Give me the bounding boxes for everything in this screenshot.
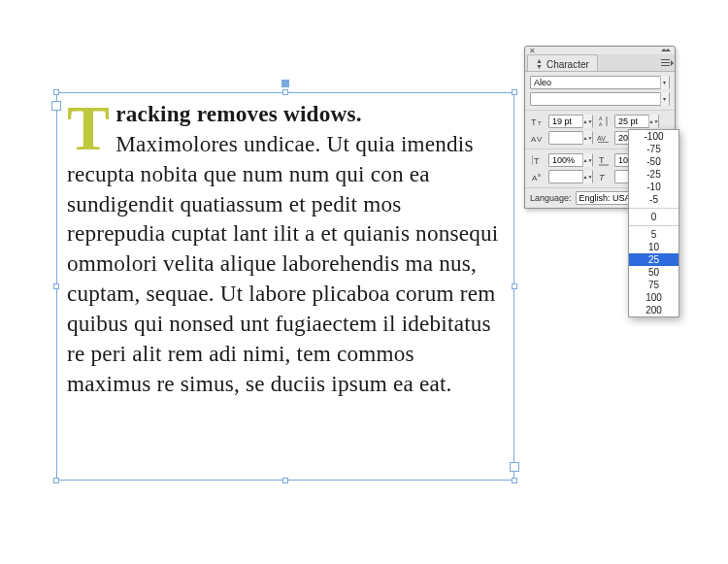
stepper-icon[interactable]: ▲▼	[582, 115, 592, 128]
svg-text:T: T	[599, 173, 606, 182]
tab-label: Character	[546, 59, 589, 70]
body-text[interactable]: T racking removes widows. Maximolores un…	[67, 99, 504, 399]
hscale-icon: T	[596, 154, 612, 166]
frame-anchor-top[interactable]	[281, 80, 289, 87]
out-port[interactable]	[510, 462, 519, 472]
font-size-icon: TT	[530, 116, 546, 127]
font-size-field[interactable]: ▲▼	[548, 115, 593, 128]
leading-icon: AA	[596, 116, 612, 127]
panel-tab-row: ▲▼ Character	[525, 54, 675, 72]
resize-handle[interactable]	[512, 89, 517, 95]
kerning-icon: AV	[530, 132, 546, 144]
tracking-option[interactable]: 100	[629, 291, 678, 304]
svg-text:AV: AV	[597, 135, 606, 142]
resize-handle[interactable]	[53, 478, 59, 483]
tracking-option[interactable]: -10	[629, 181, 678, 193]
font-style-input[interactable]	[531, 94, 660, 104]
leading-field[interactable]: ▲▼	[614, 115, 659, 128]
close-icon[interactable]: ✕	[529, 48, 536, 54]
tracking-option[interactable]: -100	[629, 130, 678, 143]
panel-menu-button[interactable]	[659, 54, 675, 71]
separator	[629, 225, 678, 226]
leading-input[interactable]	[615, 116, 648, 126]
tracking-option[interactable]: -25	[629, 168, 678, 181]
stepper-icon[interactable]: ▲▼	[582, 170, 592, 183]
svg-text:T: T	[599, 155, 605, 165]
tracking-option[interactable]: 50	[629, 266, 678, 279]
font-family-input[interactable]	[531, 78, 660, 87]
tracking-option[interactable]: -5	[629, 193, 678, 206]
tracking-dropdown[interactable]: -100-75-50-25-10-50510255075100200	[628, 129, 679, 317]
drop-cap: T	[67, 99, 116, 155]
baseline-shift-field[interactable]: ▲▼	[548, 170, 593, 183]
resize-handle[interactable]	[282, 478, 288, 483]
resize-handle[interactable]	[512, 283, 517, 289]
svg-text:A: A	[599, 121, 603, 127]
stepper-icon[interactable]: ▲▼	[582, 153, 592, 167]
menu-triangle-icon	[671, 60, 674, 66]
menu-lines-icon	[661, 59, 670, 66]
language-label: Language:	[530, 193, 572, 203]
separator	[629, 208, 678, 209]
tracking-option[interactable]: 25	[629, 253, 678, 266]
svg-text:T: T	[531, 117, 537, 126]
baseline-shift-input[interactable]	[549, 172, 582, 182]
svg-text:T: T	[534, 156, 540, 166]
font-style-field[interactable]: ▾	[530, 92, 670, 106]
font-section: ▾ ▾	[525, 72, 675, 111]
svg-text:V: V	[537, 135, 543, 143]
vscale-input[interactable]	[549, 155, 582, 165]
font-family-field[interactable]: ▾	[530, 76, 670, 89]
tracking-icon: AV	[596, 132, 612, 144]
resize-handle[interactable]	[512, 478, 517, 483]
stepper-icon[interactable]: ▲▼	[582, 131, 592, 145]
tracking-option[interactable]: -50	[629, 155, 678, 168]
tab-character[interactable]: ▲▼ Character	[527, 54, 598, 71]
tracking-option[interactable]: 10	[629, 241, 678, 253]
resize-handle[interactable]	[53, 89, 59, 95]
vscale-icon: T	[530, 154, 546, 166]
kerning-field[interactable]: ▲▼	[548, 131, 593, 145]
collapse-icon[interactable]	[661, 49, 671, 53]
panel-titlebar[interactable]: ✕	[525, 47, 675, 54]
tracking-option[interactable]: -75	[629, 143, 678, 155]
tracking-option[interactable]: 200	[629, 304, 678, 316]
dropdown-icon[interactable]: ▾	[660, 76, 669, 89]
resize-handle[interactable]	[53, 283, 59, 289]
cycle-icon: ▲▼	[536, 58, 543, 70]
skew-icon: T	[596, 171, 612, 182]
font-size-input[interactable]	[549, 116, 582, 126]
tracking-option[interactable]: 5	[629, 228, 678, 241]
baseline-shift-icon: Aa	[530, 171, 546, 182]
stepper-icon[interactable]: ▲▼	[648, 115, 658, 128]
svg-text:a: a	[538, 172, 541, 178]
lead-sentence: racking removes widows.	[116, 101, 361, 126]
vscale-field[interactable]: ▲▼	[548, 153, 593, 167]
kerning-input[interactable]	[549, 133, 582, 143]
in-port[interactable]	[51, 101, 61, 111]
resize-handle[interactable]	[282, 89, 288, 95]
text-frame[interactable]: T racking removes widows. Maximolores un…	[56, 92, 514, 481]
tracking-option[interactable]: 0	[629, 211, 678, 223]
svg-text:T: T	[538, 120, 542, 126]
tracking-option[interactable]: 75	[629, 279, 678, 291]
body-line: Maximolores undicae. Ut quia	[116, 131, 395, 156]
dropdown-icon[interactable]: ▾	[660, 92, 669, 106]
body-paragraph: imendis recupta nobita que num num qui c…	[67, 131, 498, 396]
